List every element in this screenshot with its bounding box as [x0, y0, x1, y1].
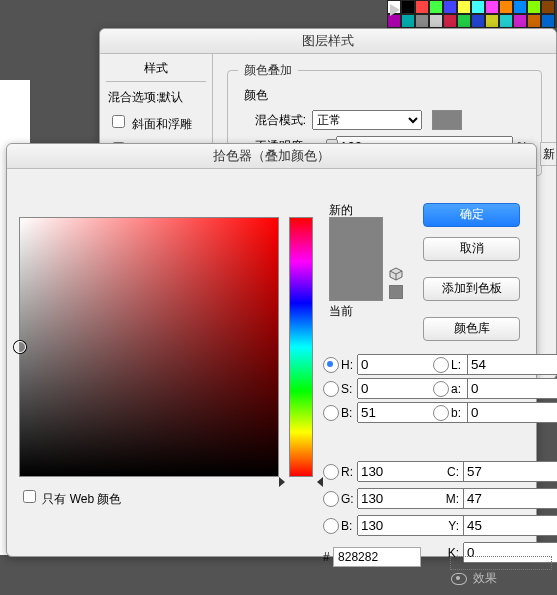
- swatch[interactable]: [443, 14, 457, 28]
- swatch[interactable]: [429, 0, 443, 14]
- effects-label: 效果: [473, 570, 497, 587]
- radio-s[interactable]: [323, 381, 339, 397]
- nearest-websafe-swatch[interactable]: [389, 285, 403, 299]
- label-r: R:: [341, 465, 357, 479]
- hue-slider[interactable]: [289, 217, 313, 477]
- hex-prefix: #: [323, 550, 330, 564]
- cancel-button[interactable]: 取消: [423, 237, 520, 261]
- current-color-label: 当前: [329, 303, 353, 320]
- radio-g[interactable]: [323, 491, 339, 507]
- radio-b-lab[interactable]: [433, 405, 449, 421]
- swatch[interactable]: [513, 14, 527, 28]
- layer-style-title: 图层样式: [100, 29, 556, 54]
- hex-input[interactable]: [333, 547, 421, 567]
- input-a[interactable]: [467, 378, 557, 399]
- label-g: G:: [341, 492, 357, 506]
- layers-effects-row-outline: [450, 556, 552, 570]
- ok-button[interactable]: 确定: [423, 203, 520, 227]
- swatch[interactable]: [513, 0, 527, 14]
- swatch[interactable]: [541, 14, 555, 28]
- style-list-header: 样式: [106, 60, 206, 82]
- radio-a[interactable]: [433, 381, 449, 397]
- swatch[interactable]: [401, 0, 415, 14]
- sv-cursor[interactable]: [14, 341, 26, 353]
- current-color-swatch[interactable]: [330, 259, 382, 300]
- swatch[interactable]: [457, 14, 471, 28]
- new-color-swatch: [330, 218, 382, 259]
- swatches-panel: [387, 0, 557, 28]
- label-m: M:: [443, 492, 459, 506]
- swatch[interactable]: [443, 0, 457, 14]
- layers-effects-row[interactable]: 效果: [451, 570, 497, 587]
- bevel-checkbox[interactable]: [112, 115, 125, 128]
- label-b-rgb: B:: [341, 519, 357, 533]
- blend-mode-label: 混合模式:: [238, 112, 306, 129]
- radio-h[interactable]: [323, 357, 339, 373]
- swatch[interactable]: [499, 0, 513, 14]
- swatch[interactable]: [415, 0, 429, 14]
- radio-r[interactable]: [323, 464, 339, 480]
- label-c: C:: [443, 465, 459, 479]
- radio-l[interactable]: [433, 357, 449, 373]
- swatch[interactable]: [471, 14, 485, 28]
- swatch[interactable]: [527, 14, 541, 28]
- color-libraries-button[interactable]: 颜色库: [423, 317, 520, 341]
- swatch[interactable]: [527, 0, 541, 14]
- swatch[interactable]: [387, 14, 401, 28]
- add-to-swatches-button[interactable]: 添加到色板: [423, 277, 520, 301]
- new-style-button-fragment[interactable]: 新: [540, 142, 556, 166]
- panel-flyout-icon[interactable]: [390, 4, 400, 16]
- swatch[interactable]: [471, 0, 485, 14]
- swatch[interactable]: [457, 0, 471, 14]
- picker-title: 拾色器（叠加颜色）: [7, 144, 536, 169]
- label-a: a:: [451, 382, 467, 396]
- blend-options-default[interactable]: 混合选项:默认: [106, 86, 206, 109]
- swatch[interactable]: [429, 14, 443, 28]
- label-b-hsb: B:: [341, 406, 357, 420]
- blend-mode-select[interactable]: 正常: [312, 110, 422, 130]
- label-y: Y:: [443, 519, 459, 533]
- swatch[interactable]: [415, 14, 429, 28]
- swatch[interactable]: [485, 14, 499, 28]
- overlay-color-swatch[interactable]: [432, 110, 462, 130]
- input-c[interactable]: [463, 461, 557, 482]
- swatch[interactable]: [499, 14, 513, 28]
- input-y[interactable]: [463, 515, 557, 536]
- swatch[interactable]: [401, 14, 415, 28]
- label-b-lab: b:: [451, 406, 467, 420]
- group-sublabel: 颜色: [244, 87, 531, 104]
- color-picker-dialog: 拾色器（叠加颜色） 新的 当前 确定 取消 添加到色板 颜色库 H:: [6, 143, 537, 557]
- style-bevel-emboss[interactable]: 斜面和浮雕: [106, 109, 206, 136]
- cube-icon[interactable]: [389, 267, 403, 281]
- radio-b-hsb[interactable]: [323, 405, 339, 421]
- input-b-lab[interactable]: [467, 402, 557, 423]
- web-only-checkbox[interactable]: [23, 490, 36, 503]
- color-preview: [329, 217, 383, 301]
- input-m[interactable]: [463, 488, 557, 509]
- hue-thumb[interactable]: [285, 472, 317, 482]
- saturation-value-field[interactable]: [19, 217, 279, 477]
- radio-b-rgb[interactable]: [323, 518, 339, 534]
- color-overlay-legend: 颜色叠加: [238, 62, 298, 79]
- web-only-label: 只有 Web 颜色: [42, 492, 121, 506]
- input-l[interactable]: [467, 354, 557, 375]
- label-s: S:: [341, 382, 357, 396]
- label-l: L:: [451, 358, 467, 372]
- label-h: H:: [341, 358, 357, 372]
- web-only-checkbox-row[interactable]: 只有 Web 颜色: [19, 487, 121, 508]
- swatch[interactable]: [485, 0, 499, 14]
- swatch[interactable]: [541, 0, 555, 14]
- visibility-eye-icon[interactable]: [451, 573, 467, 585]
